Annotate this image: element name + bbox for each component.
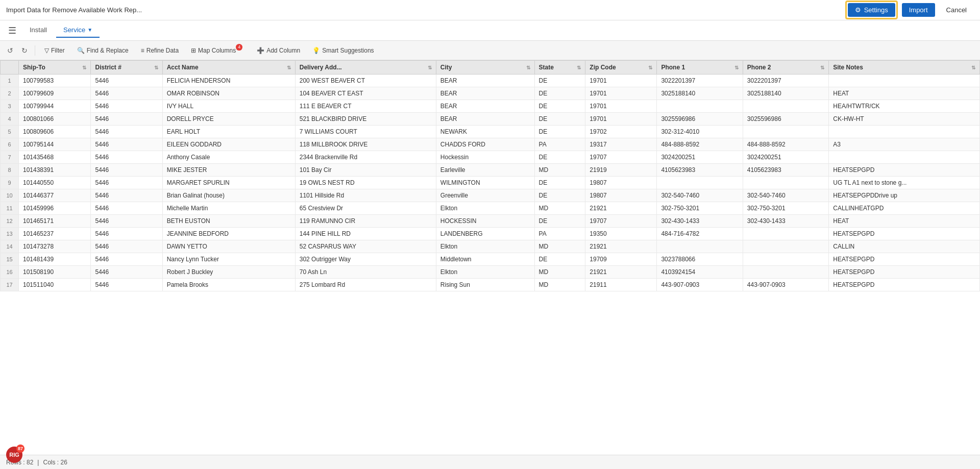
cell-notes[interactable]: HEATSEPGPD <box>829 164 980 177</box>
sort-icon-delivery[interactable]: ⇅ <box>428 65 432 70</box>
cell-zip[interactable]: 19317 <box>585 138 657 151</box>
col-notes[interactable]: Site Notes ⇅ <box>829 61 980 75</box>
cell-zip[interactable]: 19701 <box>585 75 657 87</box>
cell-zip[interactable]: 19707 <box>585 215 657 228</box>
table-row[interactable]: 17 101511040 5446 Pamela Brooks 275 Lomb… <box>1 279 980 291</box>
cell-state[interactable]: DE <box>534 126 585 138</box>
cell-zip[interactable]: 19709 <box>585 253 657 266</box>
cell-ship-to[interactable]: 101438391 <box>19 164 91 177</box>
cell-acct-name[interactable]: Brian Galinat (house) <box>162 189 295 202</box>
table-row[interactable]: 2 100799609 5446 OMAR ROBINSON 104 BEAVE… <box>1 87 980 100</box>
cell-city[interactable]: Elkton <box>436 240 534 253</box>
sort-icon-phone2[interactable]: ⇅ <box>820 65 824 70</box>
cell-notes[interactable]: HEATSEPGPD <box>829 266 980 279</box>
cell-district[interactable]: 5446 <box>91 228 162 240</box>
cell-phone1[interactable]: 3023788066 <box>657 253 743 266</box>
cell-notes[interactable]: HEA/HTWTR/CK <box>829 100 980 113</box>
sort-icon-state[interactable]: ⇅ <box>577 65 581 70</box>
cell-zip[interactable]: 19707 <box>585 151 657 164</box>
col-zip[interactable]: Zip Code ⇅ <box>585 61 657 75</box>
cell-notes[interactable]: CK-HW-HT <box>829 113 980 126</box>
cell-phone2[interactable] <box>743 126 828 138</box>
sort-icon-acct[interactable]: ⇅ <box>287 65 291 70</box>
table-row[interactable]: 14 101473278 5446 DAWN YETTO 52 CASPARUS… <box>1 240 980 253</box>
cell-phone1[interactable]: 302-750-3201 <box>657 202 743 215</box>
cell-delivery[interactable]: 101 Bay Cir <box>295 164 436 177</box>
sort-icon-district[interactable]: ⇅ <box>154 65 158 70</box>
table-row[interactable]: 11 101459996 5446 Michelle Martin 65 Cre… <box>1 202 980 215</box>
cell-phone1[interactable] <box>657 240 743 253</box>
cell-city[interactable]: BEAR <box>436 113 534 126</box>
cell-zip[interactable]: 21921 <box>585 202 657 215</box>
cell-ship-to[interactable]: 100795144 <box>19 138 91 151</box>
cell-zip[interactable]: 21921 <box>585 240 657 253</box>
table-row[interactable]: 5 100809606 5446 EARL HOLT 7 WILLIAMS CO… <box>1 126 980 138</box>
table-row[interactable]: 16 101508190 5446 Robert J Buckley 70 As… <box>1 266 980 279</box>
add-column-button[interactable]: ➕ Add Column <box>252 45 305 56</box>
sort-icon-ship-to[interactable]: ⇅ <box>82 65 86 70</box>
cell-phone1[interactable] <box>657 177 743 189</box>
avatar[interactable]: RIG 87 <box>6 447 22 463</box>
data-grid[interactable]: Ship-To ⇅ District # ⇅ Acct Name ⇅ <box>0 60 980 455</box>
cell-delivery[interactable]: 7 WILLIAMS COURT <box>295 126 436 138</box>
cell-phone1[interactable]: 484-888-8592 <box>657 138 743 151</box>
table-row[interactable]: 3 100799944 5446 IVY HALL 111 E BEAVER C… <box>1 100 980 113</box>
cell-city[interactable]: NEWARK <box>436 126 534 138</box>
cell-zip[interactable]: 19350 <box>585 228 657 240</box>
cell-phone2[interactable]: 443-907-0903 <box>743 279 828 291</box>
cell-phone2[interactable]: 302-750-3201 <box>743 202 828 215</box>
cell-zip[interactable]: 19701 <box>585 113 657 126</box>
col-state[interactable]: State ⇅ <box>534 61 585 75</box>
cell-acct-name[interactable]: EARL HOLT <box>162 126 295 138</box>
sort-icon-notes[interactable]: ⇅ <box>971 65 975 70</box>
cell-phone1[interactable]: 302-430-1433 <box>657 215 743 228</box>
cell-notes[interactable]: HEATSEPGPDDrive up <box>829 189 980 202</box>
cell-phone2[interactable] <box>743 228 828 240</box>
cell-ship-to[interactable]: 100801066 <box>19 113 91 126</box>
cell-notes[interactable]: A3 <box>829 138 980 151</box>
cell-acct-name[interactable]: MARGARET SPURLIN <box>162 177 295 189</box>
cell-notes[interactable]: HEATSEPGPD <box>829 279 980 291</box>
cell-delivery[interactable]: 111 E BEAVER CT <box>295 100 436 113</box>
cell-notes[interactable]: CALLIN <box>829 240 980 253</box>
cell-state[interactable]: MD <box>534 266 585 279</box>
cell-state[interactable]: DE <box>534 151 585 164</box>
col-district[interactable]: District # ⇅ <box>91 61 162 75</box>
cell-district[interactable]: 5446 <box>91 177 162 189</box>
cell-delivery[interactable]: 118 MILLBROOK DRIVE <box>295 138 436 151</box>
cell-zip[interactable]: 21919 <box>585 164 657 177</box>
cell-city[interactable]: CHADDS FORD <box>436 138 534 151</box>
cell-phone1[interactable]: 484-716-4782 <box>657 228 743 240</box>
cell-acct-name[interactable]: Pamela Brooks <box>162 279 295 291</box>
cell-acct-name[interactable]: OMAR ROBINSON <box>162 87 295 100</box>
nav-tab-install[interactable]: Install <box>22 23 54 38</box>
cell-phone1[interactable]: 3022201397 <box>657 75 743 87</box>
smart-suggestions-button[interactable]: 💡 Smart Suggestions <box>307 45 379 56</box>
cell-city[interactable]: BEAR <box>436 75 534 87</box>
map-columns-button[interactable]: ⊞ Map Columns 4 <box>186 45 250 56</box>
cell-delivery[interactable]: 144 PINE HILL RD <box>295 228 436 240</box>
col-delivery[interactable]: Delivery Add... ⇅ <box>295 61 436 75</box>
cell-delivery[interactable]: 19 OWLS NEST RD <box>295 177 436 189</box>
cell-acct-name[interactable]: FELICIA HENDERSON <box>162 75 295 87</box>
cell-acct-name[interactable]: JEANNINE BEDFORD <box>162 228 295 240</box>
table-row[interactable]: 12 101465171 5446 BETH EUSTON 119 RAMUNN… <box>1 215 980 228</box>
cell-district[interactable]: 5446 <box>91 75 162 87</box>
cell-city[interactable]: Rising Sun <box>436 279 534 291</box>
cell-ship-to[interactable]: 100799944 <box>19 100 91 113</box>
cell-phone1[interactable]: 4105623983 <box>657 164 743 177</box>
cell-phone2[interactable] <box>743 240 828 253</box>
cell-ship-to[interactable]: 100809606 <box>19 126 91 138</box>
cell-district[interactable]: 5446 <box>91 164 162 177</box>
cell-zip[interactable]: 21911 <box>585 279 657 291</box>
hamburger-icon[interactable]: ☰ <box>4 23 20 38</box>
cell-phone2[interactable]: 302-430-1433 <box>743 215 828 228</box>
cell-acct-name[interactable]: EILEEN GODDARD <box>162 138 295 151</box>
cell-state[interactable]: PA <box>534 228 585 240</box>
cell-district[interactable]: 5446 <box>91 126 162 138</box>
cell-notes[interactable] <box>829 151 980 164</box>
cell-district[interactable]: 5446 <box>91 240 162 253</box>
cell-phone2[interactable] <box>743 266 828 279</box>
cell-acct-name[interactable]: Nancy Lynn Tucker <box>162 253 295 266</box>
cell-state[interactable]: DE <box>534 87 585 100</box>
